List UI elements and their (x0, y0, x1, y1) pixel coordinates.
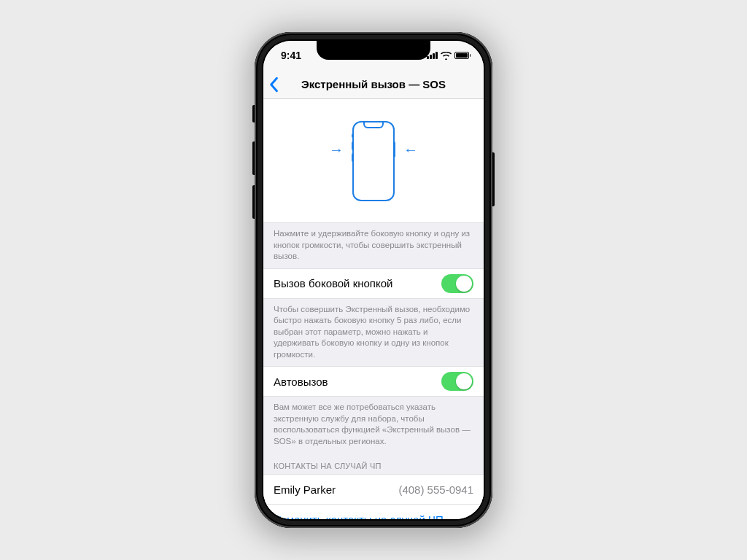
wifi-icon (441, 52, 452, 60)
phone-glyph-icon (352, 121, 395, 201)
nav-bar: Экстренный вызов — SOS (263, 70, 484, 99)
hw-volume-up (252, 141, 255, 175)
edit-contacts-link: Изменить контакты на случай ЧП (274, 513, 444, 519)
auto-call-footer: Вам может все же потребоваться указать э… (263, 397, 484, 453)
screen: 9:41 Экстренный вызов — SOS (263, 41, 484, 519)
hw-mute-switch (252, 105, 255, 122)
notch (317, 41, 430, 60)
contact-phone: (408) 555-0941 (398, 483, 473, 496)
row-label: Автовызов (274, 376, 328, 388)
row-label: Вызов боковой кнопкой (274, 277, 392, 289)
row-contact[interactable]: Emily Parker (408) 555-0941 (263, 474, 484, 505)
sos-illustration: → ← (263, 99, 484, 223)
hw-side-button (492, 152, 495, 206)
row-edit-contacts[interactable]: Изменить контакты на случай ЧП (263, 505, 484, 519)
nav-title: Экстренный вызов — SOS (301, 78, 446, 90)
toggle-auto-call[interactable] (441, 372, 473, 391)
settings-content[interactable]: → ← Нажмите и удерживайте боковую кнопку… (263, 99, 484, 519)
back-button[interactable] (268, 77, 279, 93)
status-time: 9:41 (281, 50, 301, 61)
row-side-button-call[interactable]: Вызов боковой кнопкой (263, 268, 484, 299)
phone-frame: 9:41 Экстренный вызов — SOS (255, 32, 492, 528)
hw-volume-down (252, 185, 255, 219)
toggle-side-button-call[interactable] (441, 274, 473, 293)
contact-name: Emily Parker (274, 483, 336, 496)
illustration-caption: Нажмите и удерживайте боковую кнопку и о… (263, 223, 484, 268)
arrow-left-icon: ← (403, 141, 418, 158)
side-button-footer: Чтобы совершить Экстренный вызов, необхо… (263, 299, 484, 367)
arrow-right-icon: → (329, 141, 344, 158)
row-auto-call[interactable]: Автовызов (263, 366, 484, 397)
contacts-header: КОНТАКТЫ НА СЛУЧАЙ ЧП (263, 453, 484, 474)
battery-icon (454, 52, 471, 59)
